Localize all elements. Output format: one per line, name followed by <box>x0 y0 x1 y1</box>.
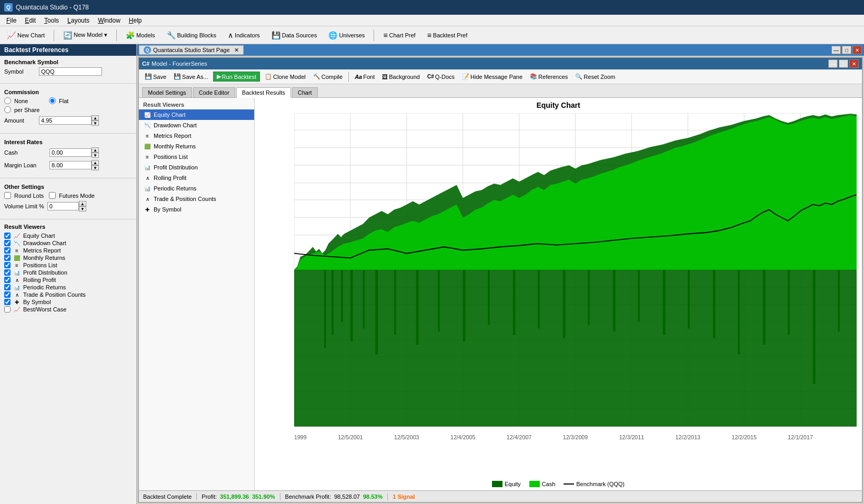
viewer-trade-position-counts-checkbox[interactable] <box>4 291 11 298</box>
run-backtest-button[interactable]: ▶ Run Backtest <box>213 72 260 82</box>
viewer-best-worst-case-checkbox[interactable] <box>4 306 11 313</box>
clone-model-button[interactable]: 📋 Clone Model <box>262 72 308 81</box>
menu-help[interactable]: Help <box>125 16 146 25</box>
qdocs-icon: C# <box>427 74 434 79</box>
start-page-close[interactable]: ✕ <box>234 47 239 54</box>
viewer-drawdown-chart-label: Drawdown Chart <box>23 240 66 246</box>
save-button[interactable]: 💾 Save <box>142 72 169 81</box>
result-by-symbol-icon: ✚ <box>143 206 152 213</box>
background-button[interactable]: 🖼 Background <box>379 73 423 81</box>
result-item-profit-distribution[interactable]: 📊 Profit Distribution <box>139 162 254 173</box>
hide-message-pane-button[interactable]: 📝 Hide Message Pane <box>459 72 525 81</box>
menu-window[interactable]: Window <box>94 16 125 25</box>
result-item-trade-counts[interactable]: ∧ Trade & Position Counts <box>139 194 254 204</box>
cash-down-button[interactable]: ▼ <box>92 153 99 158</box>
amount-input[interactable] <box>39 116 92 125</box>
maximize-button[interactable]: □ <box>842 46 851 54</box>
commission-pershare-radio[interactable] <box>4 106 11 113</box>
backtest-pref-icon: ≡ <box>427 31 431 39</box>
tab-backtest-results[interactable]: Backtest Results <box>236 87 291 98</box>
model-close-button[interactable]: ✕ <box>849 59 859 68</box>
result-item-drawdown-chart[interactable]: 📉 Drawdown Chart <box>139 120 254 130</box>
universes-button[interactable]: 🌐 Universes <box>325 29 368 41</box>
futures-mode-label: Futures Mode <box>59 193 95 199</box>
svg-rect-59 <box>488 270 490 325</box>
model-win-buttons: — □ ✕ <box>828 59 859 68</box>
menu-edit[interactable]: Edit <box>21 16 40 25</box>
viewer-metrics-report-label: Metrics Report <box>23 247 61 254</box>
result-item-metrics-report[interactable]: ≡ Metrics Report <box>139 130 254 141</box>
reset-zoom-button[interactable]: 🔍 Reset Zoom <box>572 72 618 81</box>
amount-up-button[interactable]: ▲ <box>92 115 99 120</box>
start-page-tab[interactable]: Q Quantacula Studio Start Page ✕ <box>139 45 244 55</box>
volume-up-button[interactable]: ▲ <box>79 201 86 206</box>
result-item-rolling-profit[interactable]: ∧ Rolling Profit <box>139 173 254 183</box>
qdocs-button[interactable]: C# Q-Docs <box>425 73 457 81</box>
svg-text:12/5/2003: 12/5/2003 <box>394 434 419 440</box>
menu-layouts[interactable]: Layouts <box>63 16 94 25</box>
result-item-by-symbol[interactable]: ✚ By Symbol <box>139 204 254 215</box>
margin-down-button[interactable]: ▼ <box>92 165 99 170</box>
inner-toolbar-sep <box>348 72 349 82</box>
result-item-monthly-returns[interactable]: 🟩 Monthly Returns <box>139 141 254 152</box>
chart-pref-button[interactable]: ≡ Chart Pref <box>379 29 419 41</box>
chart-legend: Equity Cash Benchmark (QQQ) <box>255 479 862 490</box>
menu-tools[interactable]: Tools <box>40 16 63 25</box>
model-maximize-button[interactable]: □ <box>839 59 848 68</box>
result-item-equity-chart[interactable]: 📈 Equity Chart <box>139 109 254 120</box>
viewer-profit-distribution: 📊 Profit Distribution <box>4 269 132 276</box>
cash-input[interactable] <box>49 148 92 157</box>
building-blocks-button[interactable]: 🔧 Building Blocks <box>163 29 220 41</box>
result-viewers-section: Result Viewers 📈 Equity Chart 📉 Drawdown… <box>0 221 136 315</box>
new-model-button[interactable]: 🔄 New Model ▾ <box>59 29 111 41</box>
round-lots-checkbox[interactable] <box>4 192 11 199</box>
new-chart-button[interactable]: 📈 New Chart <box>3 29 48 41</box>
viewer-monthly-returns-checkbox[interactable] <box>4 255 11 261</box>
tab-code-editor[interactable]: Code Editor <box>193 87 235 97</box>
model-title-bar: C# Model - FourierSeries — □ ✕ <box>139 58 862 69</box>
result-panel-title: Result Viewers <box>139 100 254 109</box>
viewer-drawdown-chart-checkbox[interactable] <box>4 240 11 246</box>
result-item-positions-list[interactable]: ≡ Positions List <box>139 152 254 162</box>
universes-icon: 🌐 <box>328 31 337 39</box>
svg-rect-61 <box>538 270 540 329</box>
data-sources-button[interactable]: 💾 Data Sources <box>268 29 321 41</box>
symbol-input[interactable] <box>39 67 102 76</box>
volume-limit-input[interactable] <box>47 202 79 210</box>
commission-none-radio[interactable] <box>4 97 11 104</box>
models-button[interactable]: 🧩 Models <box>122 29 158 41</box>
cash-up-button[interactable]: ▲ <box>92 147 99 153</box>
inner-toolbar: 💾 Save 💾 Save As... ▶ Run Backtest 📋 Clo… <box>139 69 862 84</box>
left-panel-title: Backtest Preferences <box>0 44 136 56</box>
compile-button[interactable]: 🔨 Compile <box>310 72 345 81</box>
viewer-metrics-report-checkbox[interactable] <box>4 247 11 254</box>
building-blocks-icon: 🔧 <box>167 31 176 39</box>
margin-up-button[interactable]: ▲ <box>92 160 99 165</box>
close-button[interactable]: ✕ <box>852 46 862 54</box>
margin-input[interactable] <box>49 161 92 169</box>
viewer-by-symbol-checkbox[interactable] <box>4 299 11 305</box>
viewer-positions-list-checkbox[interactable] <box>4 262 11 268</box>
commission-flat-radio[interactable] <box>49 97 56 104</box>
futures-mode-checkbox[interactable] <box>49 192 56 199</box>
main-layout: Backtest Preferences Benchmark Symbol Sy… <box>0 44 864 504</box>
references-button[interactable]: 📚 References <box>527 72 570 81</box>
backtest-pref-button[interactable]: ≡ Backtest Pref <box>424 29 471 41</box>
font-button[interactable]: Aa Font <box>352 73 377 81</box>
amount-down-button[interactable]: ▼ <box>92 120 99 126</box>
viewer-metrics-report: ≡ Metrics Report <box>4 247 132 254</box>
tab-chart[interactable]: Chart <box>292 87 318 97</box>
save-as-button[interactable]: 💾 Save As... <box>171 72 211 81</box>
menu-file[interactable]: File <box>2 16 21 25</box>
viewer-profit-distribution-checkbox[interactable] <box>4 269 11 276</box>
minimize-button[interactable]: — <box>831 46 841 54</box>
result-monthly-icon: 🟩 <box>143 143 152 150</box>
viewer-rolling-profit-checkbox[interactable] <box>4 277 11 283</box>
indicators-button[interactable]: ∧ Indicators <box>224 29 264 41</box>
tab-model-settings[interactable]: Model Settings <box>142 87 192 97</box>
viewer-equity-chart-checkbox[interactable] <box>4 233 11 239</box>
result-item-periodic-returns[interactable]: 📊 Periodic Returns <box>139 183 254 194</box>
viewer-periodic-returns-checkbox[interactable] <box>4 284 11 290</box>
volume-down-button[interactable]: ▼ <box>79 206 86 211</box>
model-minimize-button[interactable]: — <box>828 59 838 68</box>
